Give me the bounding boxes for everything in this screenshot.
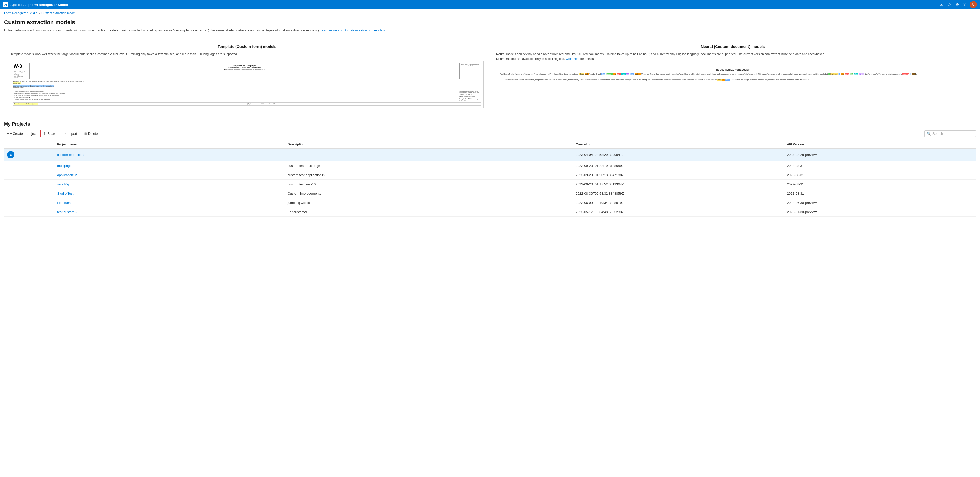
topbar: AI Applied AI | Form Recognizer Studio ✉… (0, 0, 980, 9)
row-description-cell: custom test application12 (285, 170, 573, 179)
row-created-cell: 2023-04-04T23:58:29.8099941Z (573, 148, 784, 161)
project-name-link[interactable]: custom-extraction (57, 153, 84, 157)
table-row[interactable]: ◉custom-extraction2023-04-04T23:58:29.80… (4, 148, 976, 161)
row-created-cell: 2022-06-09T18:19:34.8828919Z (573, 198, 784, 207)
share-icon: ⇧ (43, 132, 46, 136)
search-input[interactable] (932, 132, 974, 136)
row-created-cell: 2022-09-20T01:17:52.6319364Z (573, 179, 784, 189)
page-title: Custom extraction models (4, 19, 976, 26)
row-name-cell: Studio Test (54, 189, 285, 198)
smiley-icon[interactable]: ☺ (947, 2, 951, 7)
row-api-version-cell: 2022-06-30-preview (784, 198, 976, 207)
breadcrumb: Form Recognizer Studio › Custom extracti… (0, 9, 980, 17)
search-icon: 🔍 (927, 132, 931, 136)
topbar-right: ✉ ☺ ⚙ ? U (940, 1, 977, 8)
search-box[interactable]: 🔍 (924, 130, 976, 137)
project-name-link[interactable]: test-custom-2 (57, 210, 77, 214)
row-select-cell (4, 198, 54, 207)
table-row[interactable]: Lienfluentjumbling words2022-06-09T18:19… (4, 198, 976, 207)
row-description-cell: Custom Improvements (285, 189, 573, 198)
table-row[interactable]: Studio TestCustom Improvements2022-08-30… (4, 189, 976, 198)
row-project-icon: ◉ (7, 151, 14, 158)
neural-doc-preview: HOUSE RENTAL AGREEMENT This House Rental… (496, 65, 969, 106)
row-created-cell: 2022-08-30T00:53:32.8848859Z (573, 189, 784, 198)
row-name-cell: custom-extraction (54, 148, 285, 161)
project-name-link[interactable]: sec-10q (57, 182, 69, 186)
col-header-description: Description (285, 140, 573, 148)
neural-model-card: Neural (Custom document) models Neural m… (490, 39, 976, 113)
neural-card-title: Neural (Custom document) models (496, 44, 969, 49)
row-name-cell: test-custom-2 (54, 207, 285, 216)
help-icon[interactable]: ? (963, 2, 966, 7)
row-name-cell: sec-10q (54, 179, 285, 189)
project-name-link[interactable]: application12 (57, 173, 77, 177)
row-created-cell: 2022-09-20T01:22:19.8188659Z (573, 161, 784, 170)
user-avatar[interactable]: U (970, 1, 977, 8)
template-model-card: Template (Custom form) models Template m… (4, 39, 490, 113)
row-select-cell (4, 207, 54, 216)
projects-table: Project name Description Created ↓ API V… (4, 140, 976, 217)
row-select-cell: ◉ (4, 148, 54, 161)
projects-table-body: ◉custom-extraction2023-04-04T23:58:29.80… (4, 148, 976, 217)
sort-arrow-created: ↓ (589, 143, 590, 146)
delete-icon: 🗑 (84, 132, 87, 136)
model-cards-container: Template (Custom form) models Template m… (4, 39, 976, 113)
project-name-link[interactable]: Lienfluent (57, 201, 72, 204)
col-header-api: API Version (784, 140, 976, 148)
main-content: Custom extraction models Extract informa… (0, 17, 980, 223)
row-select-cell (4, 170, 54, 179)
projects-toolbar: + + Create a project ⇧ Share → Import 🗑 … (4, 130, 976, 137)
row-created-cell: 2022-05-17T18:34:48.6535233Z (573, 207, 784, 216)
neural-click-here-link[interactable]: Click here (566, 57, 579, 60)
row-select-cell (4, 161, 54, 170)
create-project-button[interactable]: + + Create a project (4, 130, 39, 137)
import-icon: → (63, 132, 67, 136)
breadcrumb-home[interactable]: Form Recognizer Studio (4, 11, 37, 15)
row-description-cell: jumbling words (285, 198, 573, 207)
row-api-version-cell: 2022-08-31 (784, 161, 976, 170)
settings-icon[interactable]: ⚙ (956, 2, 959, 7)
chat-icon[interactable]: ✉ (940, 2, 943, 7)
app-logo: AI (3, 2, 8, 7)
topbar-left: AI Applied AI | Form Recognizer Studio (3, 2, 68, 7)
row-created-cell: 2022-09-20T01:20:13.3647188Z (573, 170, 784, 179)
breadcrumb-current[interactable]: Custom extraction model (41, 11, 76, 15)
page-description: Extract information from forms and docum… (4, 28, 976, 33)
neural-card-desc: Neural models can flexibly handle both s… (496, 52, 969, 61)
row-name-cell: multipage (54, 161, 285, 170)
row-description-cell: custom test sec-10q (285, 179, 573, 189)
row-select-cell (4, 179, 54, 189)
learn-more-link[interactable]: Learn more about custom extraction model… (320, 28, 386, 32)
row-description-cell: custom test multipage (285, 161, 573, 170)
row-api-version-cell: 2022-08-31 (784, 189, 976, 198)
template-card-title: Template (Custom form) models (11, 44, 484, 49)
breadcrumb-separator: › (39, 11, 40, 15)
table-row[interactable]: test-custom-2For customer2022-05-17T18:3… (4, 207, 976, 216)
table-row[interactable]: sec-10qcustom test sec-10q2022-09-20T01:… (4, 179, 976, 189)
project-name-link[interactable]: Studio Test (57, 192, 73, 195)
col-header-created[interactable]: Created ↓ (573, 140, 784, 148)
row-api-version-cell: 2022-08-31 (784, 179, 976, 189)
row-name-cell: application12 (54, 170, 285, 179)
template-card-desc: Template models work well when the targe… (11, 52, 484, 57)
projects-section: My Projects + + Create a project ⇧ Share… (4, 121, 976, 217)
delete-button[interactable]: 🗑 Delete (81, 130, 101, 137)
table-header-row: Project name Description Created ↓ API V… (4, 140, 976, 148)
row-description-cell (285, 148, 573, 161)
row-api-version-cell: 2022-08-31 (784, 170, 976, 179)
table-header: Project name Description Created ↓ API V… (4, 140, 976, 148)
table-row[interactable]: multipagecustom test multipage2022-09-20… (4, 161, 976, 170)
projects-title: My Projects (4, 121, 976, 127)
row-api-version-cell: 2022-01-30-preview (784, 207, 976, 216)
project-name-link[interactable]: multipage (57, 164, 72, 168)
row-api-version-cell: 2023-02-28-preview (784, 148, 976, 161)
row-select-cell (4, 189, 54, 198)
col-header-checkbox (4, 140, 54, 148)
create-icon: + (7, 132, 9, 136)
share-button[interactable]: ⇧ Share (40, 130, 59, 137)
import-button[interactable]: → Import (60, 130, 80, 137)
app-title: Applied AI | Form Recognizer Studio (10, 3, 68, 7)
table-row[interactable]: application12custom test application1220… (4, 170, 976, 179)
col-header-name: Project name (54, 140, 285, 148)
template-doc-preview: W-9 Form(Rev. October 2018)Department of… (11, 60, 484, 108)
